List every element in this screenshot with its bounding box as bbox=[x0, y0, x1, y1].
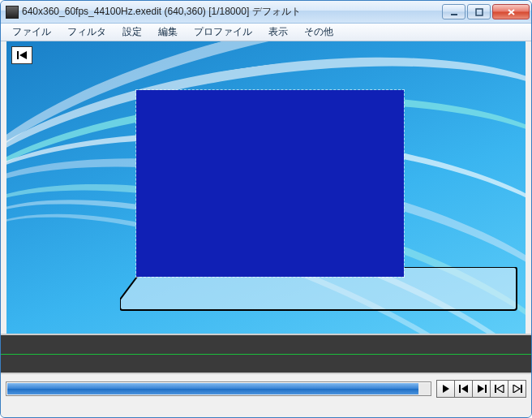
seek-bar[interactable] bbox=[6, 381, 431, 396]
svg-rect-3 bbox=[459, 385, 461, 393]
transport-controls bbox=[436, 380, 526, 398]
window-controls bbox=[442, 4, 530, 19]
preview-container bbox=[1, 41, 531, 334]
go-end-button[interactable] bbox=[508, 380, 526, 398]
svg-rect-5 bbox=[495, 385, 496, 393]
timeline-strip[interactable] bbox=[1, 334, 531, 374]
svg-rect-2 bbox=[17, 51, 19, 59]
play-icon bbox=[442, 385, 450, 393]
go-start-button[interactable] bbox=[490, 380, 508, 398]
seek-progress bbox=[7, 383, 418, 394]
menu-profile[interactable]: プロファイル bbox=[186, 24, 260, 41]
menu-other[interactable]: その他 bbox=[296, 24, 341, 41]
controls-row bbox=[1, 374, 531, 403]
close-button[interactable] bbox=[492, 4, 530, 19]
window-title: 640x360_60fps_44100Hz.exedit (640,360) [… bbox=[22, 5, 442, 19]
go-end-icon bbox=[513, 385, 522, 393]
menu-filter[interactable]: フィルタ bbox=[59, 24, 114, 41]
menu-edit[interactable]: 編集 bbox=[150, 24, 186, 41]
step-back-button[interactable] bbox=[454, 380, 473, 398]
menubar: ファイル フィルタ 設定 編集 プロファイル 表示 その他 bbox=[1, 24, 531, 41]
maximize-button[interactable] bbox=[467, 4, 491, 19]
step-forward-icon bbox=[477, 385, 487, 393]
client-area bbox=[1, 41, 531, 417]
svg-rect-0 bbox=[451, 14, 457, 15]
svg-rect-6 bbox=[521, 385, 522, 393]
step-forward-button[interactable] bbox=[472, 380, 491, 398]
preview-canvas[interactable] bbox=[6, 41, 526, 334]
svg-rect-4 bbox=[485, 385, 487, 393]
titlebar[interactable]: 640x360_60fps_44100Hz.exedit (640,360) [… bbox=[1, 1, 531, 24]
min-icon bbox=[450, 8, 458, 16]
app-icon bbox=[6, 6, 19, 19]
svg-rect-1 bbox=[476, 9, 483, 15]
menu-view[interactable]: 表示 bbox=[260, 24, 296, 41]
play-button[interactable] bbox=[436, 380, 455, 398]
menu-settings[interactable]: 設定 bbox=[114, 24, 150, 41]
max-icon bbox=[475, 8, 483, 16]
menu-file[interactable]: ファイル bbox=[4, 24, 59, 41]
go-start-icon bbox=[495, 385, 504, 393]
minimize-button[interactable] bbox=[442, 4, 466, 19]
go-to-start-icon bbox=[16, 50, 28, 60]
step-back-icon bbox=[459, 385, 469, 393]
app-window: 640x360_60fps_44100Hz.exedit (640,360) [… bbox=[0, 0, 532, 418]
go-to-start-button[interactable] bbox=[11, 46, 32, 64]
selected-figure[interactable] bbox=[136, 90, 404, 277]
close-icon bbox=[507, 8, 516, 16]
